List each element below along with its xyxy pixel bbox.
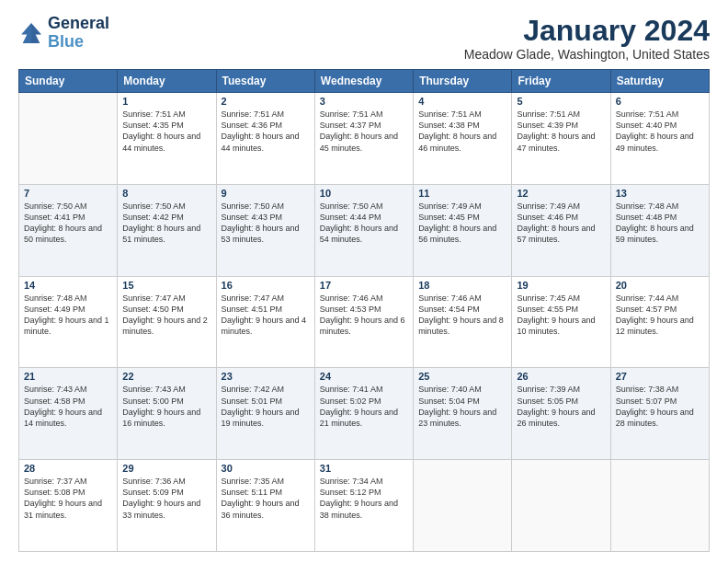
day-number: 21 bbox=[24, 371, 112, 382]
day-number: 5 bbox=[517, 96, 605, 107]
day-number: 14 bbox=[24, 280, 112, 291]
calendar-week-row: 28Sunrise: 7:37 AMSunset: 5:08 PMDayligh… bbox=[19, 460, 710, 552]
day-info: Sunrise: 7:47 AMSunset: 4:50 PMDaylight:… bbox=[122, 293, 210, 338]
calendar-week-row: 14Sunrise: 7:48 AMSunset: 4:49 PMDayligh… bbox=[19, 276, 710, 368]
calendar: Sunday Monday Tuesday Wednesday Thursday… bbox=[18, 69, 710, 552]
day-info: Sunrise: 7:48 AMSunset: 4:49 PMDaylight:… bbox=[24, 293, 112, 338]
table-row: 7Sunrise: 7:50 AMSunset: 4:41 PMDaylight… bbox=[19, 184, 118, 276]
calendar-week-row: 1Sunrise: 7:51 AMSunset: 4:35 PMDaylight… bbox=[19, 93, 710, 185]
day-number: 12 bbox=[517, 188, 605, 199]
day-number: 29 bbox=[122, 463, 210, 474]
calendar-week-row: 21Sunrise: 7:43 AMSunset: 4:58 PMDayligh… bbox=[19, 368, 710, 460]
day-number: 19 bbox=[517, 280, 605, 291]
day-info: Sunrise: 7:39 AMSunset: 5:05 PMDaylight:… bbox=[517, 384, 605, 429]
table-row: 2Sunrise: 7:51 AMSunset: 4:36 PMDaylight… bbox=[216, 93, 314, 185]
logo-icon bbox=[18, 20, 44, 46]
day-number: 11 bbox=[418, 188, 506, 199]
table-row: 10Sunrise: 7:50 AMSunset: 4:44 PMDayligh… bbox=[314, 184, 413, 276]
day-info: Sunrise: 7:41 AMSunset: 5:02 PMDaylight:… bbox=[320, 384, 408, 429]
day-info: Sunrise: 7:46 AMSunset: 4:54 PMDaylight:… bbox=[418, 293, 506, 338]
table-row: 22Sunrise: 7:43 AMSunset: 5:00 PMDayligh… bbox=[118, 368, 216, 460]
table-row: 20Sunrise: 7:44 AMSunset: 4:57 PMDayligh… bbox=[610, 276, 709, 368]
day-info: Sunrise: 7:46 AMSunset: 4:53 PMDaylight:… bbox=[320, 293, 408, 338]
day-info: Sunrise: 7:51 AMSunset: 4:38 PMDaylight:… bbox=[418, 109, 506, 154]
day-number: 1 bbox=[122, 96, 210, 107]
day-number: 9 bbox=[222, 188, 310, 199]
day-info: Sunrise: 7:45 AMSunset: 4:55 PMDaylight:… bbox=[517, 293, 605, 338]
table-row: 14Sunrise: 7:48 AMSunset: 4:49 PMDayligh… bbox=[19, 276, 118, 368]
table-row: 13Sunrise: 7:48 AMSunset: 4:48 PMDayligh… bbox=[610, 184, 709, 276]
day-info: Sunrise: 7:42 AMSunset: 5:01 PMDaylight:… bbox=[222, 384, 310, 429]
day-info: Sunrise: 7:40 AMSunset: 5:04 PMDaylight:… bbox=[418, 384, 506, 429]
day-info: Sunrise: 7:50 AMSunset: 4:42 PMDaylight:… bbox=[122, 201, 210, 246]
table-row: 18Sunrise: 7:46 AMSunset: 4:54 PMDayligh… bbox=[414, 276, 512, 368]
day-number: 15 bbox=[122, 280, 210, 291]
day-info: Sunrise: 7:36 AMSunset: 5:09 PMDaylight:… bbox=[122, 476, 210, 521]
table-row: 29Sunrise: 7:36 AMSunset: 5:09 PMDayligh… bbox=[118, 460, 216, 552]
day-info: Sunrise: 7:51 AMSunset: 4:39 PMDaylight:… bbox=[517, 109, 605, 154]
table-row: 17Sunrise: 7:46 AMSunset: 4:53 PMDayligh… bbox=[314, 276, 413, 368]
table-row: 25Sunrise: 7:40 AMSunset: 5:04 PMDayligh… bbox=[414, 368, 512, 460]
table-row: 12Sunrise: 7:49 AMSunset: 4:46 PMDayligh… bbox=[512, 184, 610, 276]
table-row: 15Sunrise: 7:47 AMSunset: 4:50 PMDayligh… bbox=[118, 276, 216, 368]
day-number: 20 bbox=[616, 280, 704, 291]
day-info: Sunrise: 7:50 AMSunset: 4:41 PMDaylight:… bbox=[24, 201, 112, 246]
table-row: 27Sunrise: 7:38 AMSunset: 5:07 PMDayligh… bbox=[610, 368, 709, 460]
day-number: 17 bbox=[320, 280, 408, 291]
day-number: 13 bbox=[616, 188, 704, 199]
day-info: Sunrise: 7:48 AMSunset: 4:48 PMDaylight:… bbox=[616, 201, 704, 246]
month-title: January 2024 bbox=[464, 15, 710, 47]
col-sunday: Sunday bbox=[19, 70, 118, 93]
table-row bbox=[610, 460, 709, 552]
table-row bbox=[512, 460, 610, 552]
day-number: 25 bbox=[418, 371, 506, 382]
table-row: 9Sunrise: 7:50 AMSunset: 4:43 PMDaylight… bbox=[216, 184, 314, 276]
day-info: Sunrise: 7:51 AMSunset: 4:37 PMDaylight:… bbox=[320, 109, 408, 154]
day-number: 26 bbox=[517, 371, 605, 382]
day-number: 4 bbox=[418, 96, 506, 107]
table-row: 6Sunrise: 7:51 AMSunset: 4:40 PMDaylight… bbox=[610, 93, 709, 185]
day-info: Sunrise: 7:38 AMSunset: 5:07 PMDaylight:… bbox=[616, 384, 704, 429]
day-number: 23 bbox=[222, 371, 310, 382]
calendar-week-row: 7Sunrise: 7:50 AMSunset: 4:41 PMDaylight… bbox=[19, 184, 710, 276]
table-row: 11Sunrise: 7:49 AMSunset: 4:45 PMDayligh… bbox=[414, 184, 512, 276]
svg-marker-1 bbox=[31, 23, 41, 43]
page: General Blue January 2024 Meadow Glade, … bbox=[0, 0, 728, 563]
table-row: 21Sunrise: 7:43 AMSunset: 4:58 PMDayligh… bbox=[19, 368, 118, 460]
day-info: Sunrise: 7:43 AMSunset: 4:58 PMDaylight:… bbox=[24, 384, 112, 429]
calendar-header-row: Sunday Monday Tuesday Wednesday Thursday… bbox=[19, 70, 710, 93]
table-row: 5Sunrise: 7:51 AMSunset: 4:39 PMDaylight… bbox=[512, 93, 610, 185]
day-number: 22 bbox=[122, 371, 210, 382]
day-info: Sunrise: 7:51 AMSunset: 4:40 PMDaylight:… bbox=[616, 109, 704, 154]
day-number: 7 bbox=[24, 188, 112, 199]
day-number: 6 bbox=[616, 96, 704, 107]
day-info: Sunrise: 7:51 AMSunset: 4:35 PMDaylight:… bbox=[122, 109, 210, 154]
day-info: Sunrise: 7:50 AMSunset: 4:44 PMDaylight:… bbox=[320, 201, 408, 246]
day-number: 27 bbox=[616, 371, 704, 382]
day-number: 16 bbox=[222, 280, 310, 291]
day-info: Sunrise: 7:35 AMSunset: 5:11 PMDaylight:… bbox=[222, 476, 310, 521]
table-row bbox=[19, 93, 118, 185]
day-info: Sunrise: 7:49 AMSunset: 4:46 PMDaylight:… bbox=[517, 201, 605, 246]
table-row: 23Sunrise: 7:42 AMSunset: 5:01 PMDayligh… bbox=[216, 368, 314, 460]
col-wednesday: Wednesday bbox=[314, 70, 413, 93]
table-row: 24Sunrise: 7:41 AMSunset: 5:02 PMDayligh… bbox=[314, 368, 413, 460]
table-row bbox=[414, 460, 512, 552]
col-saturday: Saturday bbox=[610, 70, 709, 93]
day-number: 2 bbox=[222, 96, 310, 107]
col-thursday: Thursday bbox=[414, 70, 512, 93]
day-number: 24 bbox=[320, 371, 408, 382]
day-number: 8 bbox=[122, 188, 210, 199]
title-block: January 2024 Meadow Glade, Washington, U… bbox=[464, 15, 710, 62]
col-tuesday: Tuesday bbox=[216, 70, 314, 93]
logo: General Blue bbox=[18, 15, 109, 52]
table-row: 3Sunrise: 7:51 AMSunset: 4:37 PMDaylight… bbox=[314, 93, 413, 185]
day-info: Sunrise: 7:49 AMSunset: 4:45 PMDaylight:… bbox=[418, 201, 506, 246]
table-row: 4Sunrise: 7:51 AMSunset: 4:38 PMDaylight… bbox=[414, 93, 512, 185]
day-number: 10 bbox=[320, 188, 408, 199]
logo-text: General Blue bbox=[48, 15, 109, 52]
table-row: 8Sunrise: 7:50 AMSunset: 4:42 PMDaylight… bbox=[118, 184, 216, 276]
day-info: Sunrise: 7:50 AMSunset: 4:43 PMDaylight:… bbox=[222, 201, 310, 246]
day-number: 3 bbox=[320, 96, 408, 107]
day-number: 30 bbox=[222, 463, 310, 474]
